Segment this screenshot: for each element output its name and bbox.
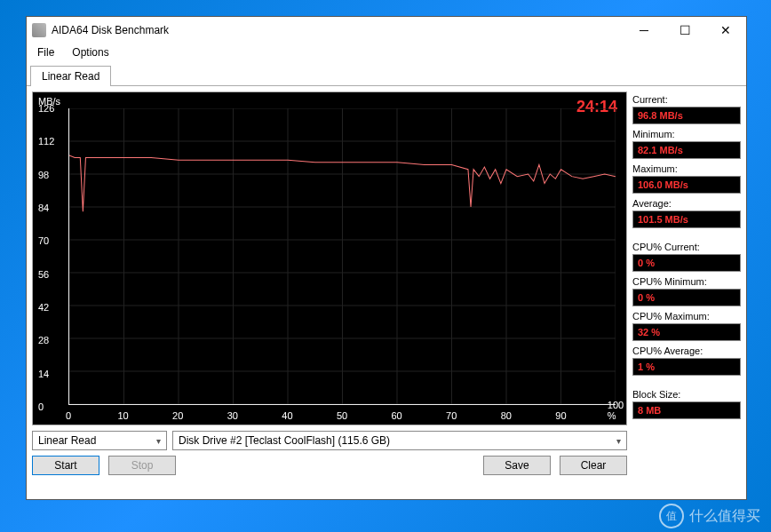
y-tick: 28 <box>38 335 49 345</box>
app-icon <box>32 23 46 37</box>
clear-button[interactable]: Clear <box>560 456 627 475</box>
y-tick: 70 <box>38 235 49 246</box>
max-value: 106.0 MB/s <box>632 176 741 194</box>
y-tick: 0 <box>38 401 44 412</box>
x-tick: 80 <box>501 410 512 421</box>
y-tick: 126 <box>38 103 54 114</box>
max-label: Maximum: <box>632 163 741 174</box>
current-value: 96.8 MB/s <box>632 107 741 124</box>
tab-linear-read[interactable]: Linear Read <box>30 66 111 86</box>
stats-panel: Current: 96.8 MB/s Minimum: 82.1 MB/s Ma… <box>632 91 741 494</box>
titlebar: AIDA64 Disk Benchmark ─ ☐ ✕ <box>27 17 746 44</box>
min-label: Minimum: <box>632 129 741 139</box>
x-tick: 30 <box>227 410 238 421</box>
cpu-avg-label: CPU% Average: <box>632 345 741 356</box>
current-label: Current: <box>632 94 741 105</box>
test-type-value: Linear Read <box>38 434 96 447</box>
plot-area <box>68 108 616 405</box>
x-tick: 0 <box>66 410 71 421</box>
chevron-down-icon: ▾ <box>616 436 621 446</box>
x-tick: 100 % <box>608 400 624 421</box>
y-tick: 42 <box>38 302 49 313</box>
close-button[interactable]: ✕ <box>705 17 746 44</box>
maximize-button[interactable]: ☐ <box>664 17 705 44</box>
x-tick: 90 <box>555 410 566 421</box>
y-tick: 84 <box>38 202 49 213</box>
watermark-text: 什么值得买 <box>689 507 760 526</box>
cpu-max-value: 32 % <box>632 323 741 341</box>
minimize-button[interactable]: ─ <box>624 17 664 44</box>
block-value: 8 MB <box>632 401 741 419</box>
y-tick: 112 <box>38 136 54 147</box>
x-tick: 60 <box>391 410 401 421</box>
min-value: 82.1 MB/s <box>632 141 741 159</box>
cpu-min-value: 0 % <box>632 289 741 306</box>
start-button[interactable]: Start <box>32 456 99 475</box>
x-tick: 50 <box>337 410 347 421</box>
cpu-cur-label: CPU% Current: <box>632 242 741 252</box>
cpu-max-label: CPU% Maximum: <box>632 311 741 322</box>
y-tick: 98 <box>38 170 49 180</box>
drive-value: Disk Drive #2 [Teclast CoolFlash] (115.6… <box>179 434 390 447</box>
tab-row: Linear Read <box>27 65 746 86</box>
chevron-down-icon: ▾ <box>156 436 161 446</box>
chart: MB/s 24:14 12611298847056422814001020304… <box>32 91 627 425</box>
cpu-avg-value: 1 % <box>632 358 741 376</box>
x-tick: 10 <box>117 410 128 421</box>
stop-button: Stop <box>108 456 176 475</box>
cpu-min-label: CPU% Minimum: <box>632 276 741 287</box>
watermark-logo: 值 <box>659 504 684 528</box>
block-label: Block Size: <box>632 389 741 400</box>
save-button[interactable]: Save <box>483 456 551 475</box>
window-title: AIDA64 Disk Benchmark <box>52 24 624 36</box>
x-tick: 70 <box>446 410 457 421</box>
test-type-select[interactable]: Linear Read ▾ <box>32 431 167 450</box>
menubar: File Options <box>27 44 746 61</box>
avg-value: 101.5 MB/s <box>632 210 741 228</box>
x-tick: 40 <box>282 410 292 421</box>
y-tick: 14 <box>38 369 49 379</box>
drive-select[interactable]: Disk Drive #2 [Teclast CoolFlash] (115.6… <box>172 431 627 450</box>
x-tick: 20 <box>172 410 183 421</box>
y-tick: 56 <box>38 269 49 280</box>
menu-options[interactable]: Options <box>65 44 115 60</box>
menu-file[interactable]: File <box>30 44 61 60</box>
app-window: AIDA64 Disk Benchmark ─ ☐ ✕ File Options… <box>26 16 747 500</box>
avg-label: Average: <box>632 198 741 209</box>
cpu-cur-value: 0 % <box>632 254 741 272</box>
watermark: 值 什么值得买 <box>659 504 760 528</box>
